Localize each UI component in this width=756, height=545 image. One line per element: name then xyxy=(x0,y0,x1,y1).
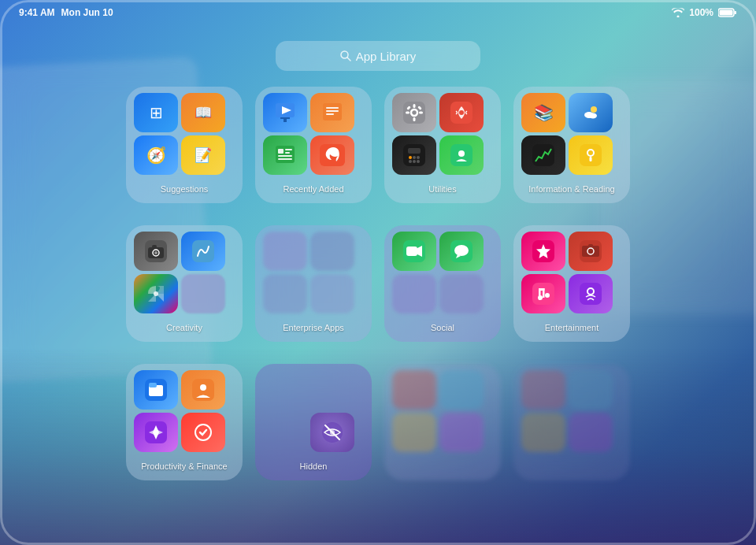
folder-information-reading[interactable]: 📚 Info xyxy=(513,87,630,203)
icon-enterprise-2 xyxy=(310,232,354,271)
folder-utilities-icons xyxy=(392,93,493,181)
svg-rect-46 xyxy=(590,157,592,161)
icon-blurred-1-4 xyxy=(439,413,484,452)
folder-utilities-label: Utilities xyxy=(428,184,456,194)
folder-blurred-2[interactable] xyxy=(513,364,630,480)
icon-hidden-spacer2 xyxy=(310,370,354,410)
icon-contacts xyxy=(181,370,225,410)
svg-rect-18 xyxy=(278,158,292,160)
status-bar: 9:41 AM Mon Jun 10 100% xyxy=(0,0,756,25)
icon-facetime xyxy=(392,232,436,271)
svg-point-33 xyxy=(413,156,416,159)
folder-information-reading-icons: 📚 xyxy=(521,93,622,181)
icon-files xyxy=(134,370,178,410)
icon-blurred-2-1 xyxy=(521,370,565,410)
folder-hidden[interactable]: Hidden xyxy=(255,364,372,480)
icon-weather xyxy=(569,93,613,132)
folder-social[interactable]: Social xyxy=(384,225,501,342)
svg-rect-7 xyxy=(280,117,290,119)
svg-rect-65 xyxy=(588,244,593,247)
icon-hidden-spacer3 xyxy=(263,413,307,452)
svg-rect-11 xyxy=(326,110,339,112)
svg-point-68 xyxy=(545,293,550,298)
svg-rect-8 xyxy=(284,119,287,122)
date-display: Mon Jun 10 xyxy=(61,7,113,18)
svg-rect-51 xyxy=(152,245,157,248)
svg-rect-12 xyxy=(326,113,334,115)
folder-blurred-1[interactable] xyxy=(384,364,501,480)
svg-rect-22 xyxy=(413,104,416,108)
folder-entertainment[interactable]: Entertainment xyxy=(513,225,630,342)
svg-point-34 xyxy=(417,156,420,159)
icon-blurred-1-2 xyxy=(439,370,484,410)
folder-information-reading-label: Information & Reading xyxy=(528,184,614,194)
folder-productivity-finance-label: Productivity & Finance xyxy=(141,462,227,471)
svg-rect-24 xyxy=(406,112,410,114)
svg-rect-71 xyxy=(539,288,545,291)
folder-creativity-label: Creativity xyxy=(166,323,202,332)
folder-creativity[interactable]: Creativity xyxy=(126,225,243,342)
icon-blurred-2-3 xyxy=(521,413,565,452)
folder-social-icons xyxy=(392,232,493,320)
icon-blurred-1-3 xyxy=(392,413,436,452)
icon-freeform xyxy=(181,232,225,271)
svg-rect-31 xyxy=(408,148,421,154)
icon-numbers xyxy=(263,135,307,175)
icon-photobooth xyxy=(569,232,613,271)
icon-keynote xyxy=(263,93,307,132)
icon-books: 📖 xyxy=(181,93,225,132)
svg-point-29 xyxy=(459,110,464,115)
icon-camera xyxy=(134,232,178,271)
svg-line-4 xyxy=(347,57,350,61)
icon-enterprise-3 xyxy=(263,274,307,313)
folder-suggestions[interactable]: ⊞ 📖 🧭 📝 Suggestions xyxy=(126,87,243,203)
svg-rect-1 xyxy=(720,10,733,16)
icon-reminders xyxy=(181,413,225,452)
icon-enterprise-4 xyxy=(310,274,354,313)
app-grid: ⊞ 📖 🧭 📝 Suggestions xyxy=(126,87,630,490)
icon-blurred-1-1 xyxy=(392,370,436,410)
icon-swift xyxy=(310,135,354,175)
icon-tvstar xyxy=(521,232,565,271)
svg-rect-55 xyxy=(406,247,417,256)
icon-settings xyxy=(392,93,436,132)
folder-creativity-icons xyxy=(134,232,235,320)
folder-entertainment-icons xyxy=(521,232,622,320)
svg-rect-10 xyxy=(326,107,339,109)
folder-productivity-finance[interactable]: Productivity & Finance xyxy=(126,364,243,480)
search-placeholder: App Library xyxy=(356,50,417,63)
svg-point-42 xyxy=(589,113,597,119)
svg-rect-14 xyxy=(278,149,284,154)
icon-photos xyxy=(134,274,178,313)
icon-findmy xyxy=(439,135,484,175)
folder-utilities[interactable]: Utilities xyxy=(384,87,501,203)
search-bar[interactable]: App Library xyxy=(276,41,480,71)
folder-productivity-finance-icons xyxy=(134,370,235,458)
svg-point-39 xyxy=(458,150,465,157)
svg-point-50 xyxy=(154,251,158,254)
icon-soundanalysis xyxy=(439,93,484,132)
svg-point-53 xyxy=(154,291,158,296)
folder-suggestions-label: Suggestions xyxy=(161,184,209,194)
svg-point-78 xyxy=(200,384,206,391)
svg-point-58 xyxy=(454,245,469,256)
icon-social-4 xyxy=(439,274,484,313)
folder-blurred-1-icons xyxy=(392,370,493,458)
folder-suggestions-icons: ⊞ 📖 🧭 📝 xyxy=(134,93,235,181)
folder-enterprise-apps[interactable]: Enterprise Apps xyxy=(255,225,372,342)
icon-podcasts xyxy=(569,274,613,313)
icon-messages xyxy=(439,232,484,271)
status-left: 9:41 AM Mon Jun 10 xyxy=(19,7,113,18)
status-right: 100% xyxy=(672,7,737,18)
icon-books2: 📚 xyxy=(521,93,565,132)
svg-point-40 xyxy=(591,106,597,113)
svg-rect-17 xyxy=(278,155,292,157)
folder-recently-added[interactable]: Recently Added xyxy=(255,87,372,203)
icon-blurred-2-2 xyxy=(569,370,613,410)
icon-hidden-eye xyxy=(310,413,354,452)
icon-shortcuts xyxy=(134,413,178,452)
folder-recently-added-icons xyxy=(263,93,364,181)
icon-social-3 xyxy=(392,274,436,313)
icon-pages xyxy=(310,93,354,132)
time-display: 9:41 AM xyxy=(19,7,55,18)
